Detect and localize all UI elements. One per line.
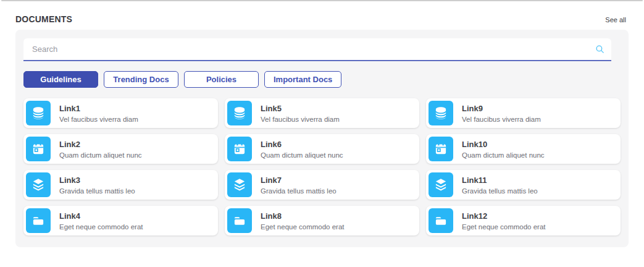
link-title: Link4	[59, 211, 143, 221]
link-card-7[interactable]: Link7 Gravida tellus mattis leo	[225, 170, 419, 200]
link-title: Link10	[462, 140, 545, 149]
link-card-10[interactable]: Link10 Quam dictum aliquet nunc	[426, 134, 621, 164]
link-title: Link9	[462, 104, 541, 113]
link-card-11[interactable]: Link11 Gravida tellus mattis leo	[426, 170, 621, 200]
link-subtitle: Eget neque commodo erat	[462, 223, 546, 231]
section-header: DOCUMENTS See all	[0, 0, 644, 24]
layers-icon	[26, 172, 51, 197]
link-title: Link3	[59, 176, 135, 185]
search-icon[interactable]	[595, 44, 605, 54]
database-icon	[227, 101, 252, 125]
link-subtitle: Eget neque commodo erat	[261, 223, 345, 231]
link-subtitle: Vel faucibus viverra diam	[59, 116, 138, 123]
folder-icon	[227, 208, 252, 233]
link-subtitle: Gravida tellus mattis leo	[261, 187, 337, 195]
link-title: Link11	[462, 176, 538, 185]
link-title: Link12	[462, 211, 546, 221]
filter-guidelines[interactable]: Guidelines	[23, 71, 98, 88]
folder-icon	[429, 208, 453, 233]
link-subtitle: Vel faucibus viverra diam	[462, 116, 541, 123]
top-divider	[1, 0, 643, 1]
link-title: Link1	[59, 104, 138, 113]
link-title: Link5	[261, 104, 340, 113]
link-card-6[interactable]: Link6 Quam dictum aliquet nunc	[225, 134, 419, 164]
folder-icon	[26, 208, 51, 233]
calendar-icon	[227, 137, 252, 161]
link-subtitle: Gravida tellus mattis leo	[59, 187, 135, 195]
link-card-1[interactable]: Link1 Vel faucibus viverra diam	[23, 98, 218, 128]
search-bar	[23, 38, 611, 61]
link-subtitle: Vel faucibus viverra diam	[261, 116, 340, 123]
link-card-4[interactable]: Link4 Eget neque commodo erat	[23, 206, 218, 235]
link-subtitle: Quam dictum aliquet nunc	[59, 151, 142, 159]
link-subtitle: Quam dictum aliquet nunc	[462, 151, 545, 159]
link-title: Link7	[261, 176, 337, 185]
filter-important-docs[interactable]: Important Docs	[264, 71, 341, 88]
filter-policies[interactable]: Policies	[184, 71, 259, 88]
link-title: Link6	[261, 140, 343, 149]
links-grid: Link1 Vel faucibus viverra diam Link5 Ve…	[23, 98, 621, 235]
link-card-8[interactable]: Link8 Eget neque commodo erat	[225, 206, 419, 235]
layers-icon	[227, 172, 252, 197]
link-subtitle: Quam dictum aliquet nunc	[261, 151, 343, 159]
documents-panel: Guidelines Trending Docs Policies Import…	[15, 30, 629, 247]
link-title: Link8	[261, 211, 345, 221]
link-subtitle: Gravida tellus mattis leo	[462, 187, 538, 195]
link-card-2[interactable]: Link2 Quam dictum aliquet nunc	[23, 134, 218, 164]
link-card-3[interactable]: Link3 Gravida tellus mattis leo	[23, 170, 218, 200]
link-card-12[interactable]: Link12 Eget neque commodo erat	[426, 206, 621, 235]
link-card-9[interactable]: Link9 Vel faucibus viverra diam	[426, 98, 621, 128]
see-all-link[interactable]: See all	[605, 16, 626, 23]
calendar-icon	[429, 137, 453, 161]
search-input[interactable]	[23, 38, 611, 60]
calendar-icon	[26, 137, 51, 161]
page-title: DOCUMENTS	[15, 14, 72, 24]
database-icon	[429, 101, 453, 125]
link-card-5[interactable]: Link5 Vel faucibus viverra diam	[225, 98, 419, 128]
database-icon	[26, 101, 51, 125]
filter-chip-row: Guidelines Trending Docs Policies Import…	[23, 71, 621, 88]
link-title: Link2	[59, 140, 142, 149]
link-subtitle: Eget neque commodo erat	[59, 223, 143, 231]
layers-icon	[429, 172, 453, 197]
filter-trending-docs[interactable]: Trending Docs	[104, 71, 178, 88]
